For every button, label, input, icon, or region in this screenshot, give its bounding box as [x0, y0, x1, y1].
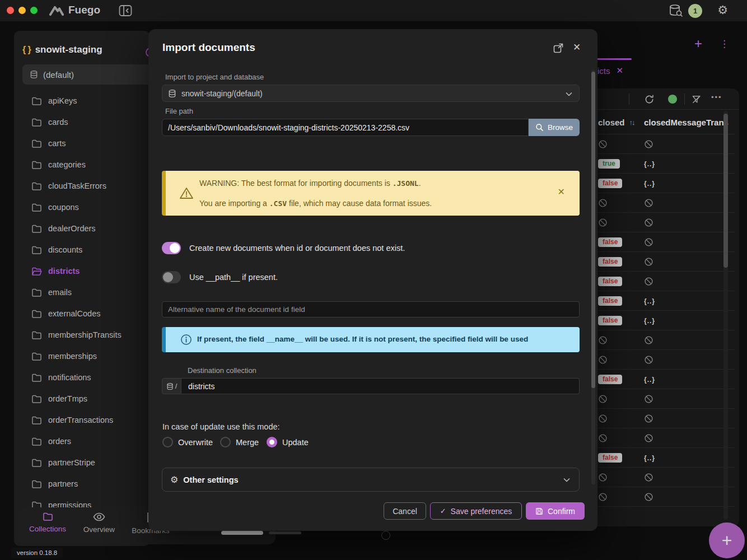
sidebar-tab-overview[interactable]: Overview — [73, 512, 125, 535]
add-document-fab[interactable]: + — [709, 522, 745, 558]
sidebar-tab-collections[interactable]: Collections — [22, 512, 73, 535]
use-path-toggle[interactable] — [162, 271, 181, 283]
filter-off-icon[interactable] — [691, 94, 702, 107]
more-options-icon[interactable]: ••• — [711, 93, 722, 101]
cell-closedmessagetrans — [644, 213, 653, 232]
null-icon — [598, 473, 608, 482]
sidebar-item-discounts[interactable]: discounts — [14, 239, 150, 260]
false-badge: false — [598, 277, 622, 286]
sidebar-item-cloudTaskErrors[interactable]: cloudTaskErrors — [14, 175, 150, 197]
destination-collection-input[interactable] — [181, 378, 580, 394]
sidebar-item-coupons[interactable]: coupons — [14, 197, 150, 218]
save-preferences-button[interactable]: ✓ Save preferences — [430, 502, 522, 520]
cell-closed: false — [598, 232, 622, 252]
null-icon — [598, 492, 608, 502]
sidebar-item-apiKeys[interactable]: apiKeys — [14, 90, 150, 111]
sidebar-item-cards[interactable]: cards — [14, 111, 150, 133]
create-documents-toggle-row: Create new documents when id or document… — [162, 242, 405, 254]
modal-close-icon[interactable]: ✕ — [573, 41, 581, 53]
project-db-label: Import to project and database — [165, 73, 264, 81]
other-settings-expander[interactable]: ⚙ Other settings — [162, 468, 580, 492]
browse-button[interactable]: Browse — [529, 119, 580, 136]
cell-closedmessagetrans — [644, 330, 653, 350]
modal-scrollbar-track[interactable] — [591, 70, 595, 484]
radio-update[interactable]: Update — [267, 437, 309, 447]
radio-overwrite[interactable]: Overwrite — [162, 437, 213, 447]
alt-id-field-input[interactable] — [162, 301, 580, 318]
folder-icon — [31, 203, 42, 212]
radio-merge[interactable]: Merge — [220, 437, 259, 447]
sidebar-item-memberships[interactable]: memberships — [14, 346, 150, 367]
false-badge: false — [598, 296, 622, 306]
sidebar-item-membershipTransits[interactable]: membershipTransits — [14, 324, 150, 346]
close-window-button[interactable] — [7, 7, 14, 14]
true-badge: true — [598, 159, 620, 169]
sidebar-item-orders[interactable]: orders — [14, 431, 150, 452]
column-header-closedmessagetrans[interactable]: closedMessageTrans — [644, 110, 729, 134]
database-icon — [30, 70, 38, 79]
sidebar-toggle-icon[interactable] — [119, 4, 132, 19]
sidebar-item-emails[interactable]: emails — [14, 282, 150, 303]
null-icon — [598, 414, 608, 423]
table-scrollbar-thumb[interactable] — [723, 114, 728, 268]
sidebar-item-permissions[interactable]: permissions — [14, 494, 150, 508]
sidebar-item-partners[interactable]: partners — [14, 473, 150, 494]
radio-circle[interactable] — [220, 437, 231, 447]
sidebar-item-categories[interactable]: categories — [14, 154, 150, 175]
zoom-window-button[interactable] — [30, 7, 38, 14]
folder-icon — [31, 160, 42, 170]
cell-closed: false — [598, 291, 622, 311]
other-settings-label: Other settings — [183, 475, 238, 484]
project-row[interactable]: { } snowit-staging — [22, 44, 102, 55]
warning-triangle-icon — [179, 186, 194, 202]
project-db-select[interactable]: snowit-staging/(default) — [162, 85, 580, 102]
cancel-button[interactable]: Cancel — [384, 502, 426, 520]
warning-close-icon[interactable]: ✕ — [558, 186, 565, 197]
refresh-icon[interactable] — [644, 94, 655, 107]
sidebar-item-notifications[interactable]: notifications — [14, 367, 150, 388]
settings-gear-icon[interactable]: ⚙ — [717, 3, 728, 17]
horizontal-scrollbar-track[interactable] — [269, 531, 301, 534]
create-documents-toggle[interactable] — [162, 242, 181, 254]
null-icon — [598, 198, 608, 208]
sort-icon[interactable]: ↑↓ — [629, 118, 634, 127]
cell-closed: false — [598, 272, 622, 291]
popout-icon[interactable] — [553, 43, 564, 56]
radio-circle[interactable] — [162, 437, 173, 447]
notification-badge[interactable]: 1 — [688, 4, 702, 18]
sidebar-item-dealerOrders[interactable]: dealerOrders — [14, 218, 150, 239]
folder-icon — [31, 373, 42, 382]
table-scrollbar-track[interactable] — [723, 111, 728, 520]
cell-closed — [598, 428, 608, 448]
chevron-down-icon — [562, 475, 571, 487]
database-search-icon[interactable] — [669, 4, 683, 20]
tab-menu-icon[interactable]: ⋮ — [720, 38, 729, 50]
cell-closedmessagetrans: {..} — [644, 448, 655, 468]
toggle-knob — [163, 272, 173, 282]
cell-closedmessagetrans: {..} — [644, 154, 655, 174]
column-header-closed[interactable]: closed ↑↓ — [598, 110, 634, 134]
minimize-window-button[interactable] — [18, 7, 26, 14]
database-selector[interactable]: (default) — [22, 64, 150, 85]
check-icon: ✓ — [440, 507, 446, 515]
map-braces-icon: {..} — [644, 454, 655, 462]
cell-closedmessagetrans — [644, 487, 653, 507]
sidebar-item-carts[interactable]: carts — [14, 133, 150, 154]
file-path-input[interactable] — [162, 119, 529, 136]
cell-closed — [598, 193, 608, 213]
map-braces-icon: {..} — [644, 297, 655, 305]
sidebar-item-districts[interactable]: districts — [14, 260, 150, 282]
cell-closedmessagetrans: {..} — [644, 311, 655, 330]
sidebar-item-partnerStripe[interactable]: partnerStripe — [14, 452, 150, 473]
radio-circle[interactable] — [267, 437, 277, 447]
cell-closedmessagetrans — [644, 350, 653, 370]
horizontal-scrollbar-thumb[interactable] — [221, 531, 263, 535]
add-tab-button[interactable]: + — [694, 36, 702, 52]
sidebar-item-externalCodes[interactable]: externalCodes — [14, 303, 150, 324]
sidebar-item-orderTmps[interactable]: orderTmps — [14, 388, 150, 409]
tab-districts[interactable]: ricts ✕ — [595, 66, 623, 76]
modal-scrollbar-thumb[interactable] — [591, 72, 595, 388]
tab-close-icon[interactable]: ✕ — [617, 66, 624, 76]
confirm-button[interactable]: Confirm — [526, 502, 585, 520]
sidebar-item-orderTransactions[interactable]: orderTransactions — [14, 409, 150, 431]
